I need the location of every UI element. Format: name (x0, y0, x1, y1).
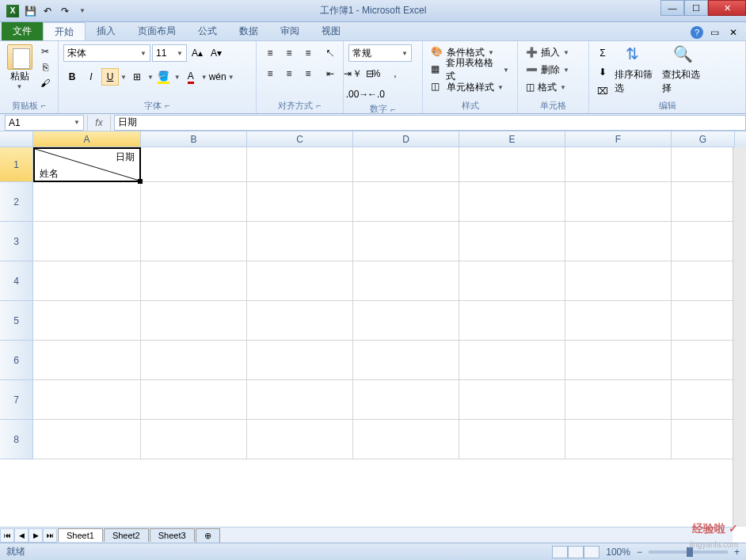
align-bottom-icon[interactable]: ≡ (299, 44, 317, 62)
cell-B8[interactable] (141, 420, 247, 459)
maximize-button[interactable]: ☐ (684, 0, 708, 16)
row-header-2[interactable]: 2 (0, 182, 33, 222)
cell-A6[interactable] (33, 341, 141, 380)
currency-icon[interactable]: ￥ (348, 65, 366, 82)
sheet-nav-next[interactable]: ▶ (29, 528, 43, 543)
find-select-button[interactable]: 🔍 查找和选择 (662, 44, 706, 100)
font-size-select[interactable]: 11▼ (152, 44, 187, 62)
cell-D1[interactable] (353, 147, 459, 182)
cell-G1[interactable] (672, 147, 735, 182)
cell-D6[interactable] (353, 341, 459, 380)
cell-D7[interactable] (353, 380, 459, 420)
sheet-tab-3[interactable]: Sheet3 (150, 528, 195, 542)
cell-A8[interactable] (33, 420, 141, 459)
cell-C8[interactable] (247, 420, 353, 459)
cell-C1[interactable] (247, 147, 353, 182)
cell-styles-button[interactable]: ◫单元格样式 ▼ (428, 79, 512, 95)
cell-E1[interactable] (459, 147, 565, 182)
tab-view[interactable]: 视图 (310, 22, 352, 40)
zoom-level[interactable]: 100% (606, 547, 630, 558)
cell-F5[interactable] (565, 301, 672, 341)
row-header-7[interactable]: 7 (0, 380, 33, 420)
fill-color-button[interactable]: 🪣 (155, 68, 173, 86)
delete-cells-button[interactable]: ➖删除 ▼ (523, 62, 584, 78)
decrease-decimal-icon[interactable]: ←.0 (367, 86, 385, 103)
tab-review[interactable]: 审阅 (269, 22, 310, 40)
vertical-scrollbar[interactable] (733, 147, 746, 527)
cell-E2[interactable] (459, 182, 565, 222)
col-header-f[interactable]: F (565, 131, 672, 147)
underline-button[interactable]: U (101, 68, 119, 86)
cell-B3[interactable] (141, 222, 247, 261)
cell-E6[interactable] (459, 341, 565, 380)
doc-close-icon[interactable]: ✕ (725, 25, 741, 40)
percent-icon[interactable]: % (367, 65, 385, 82)
cell-G3[interactable] (672, 222, 735, 261)
phonetic-button[interactable]: wén (209, 68, 226, 86)
cell-F2[interactable] (565, 182, 672, 222)
col-header-b[interactable]: B (141, 131, 247, 147)
tab-home[interactable]: 开始 (43, 22, 86, 40)
zoom-out-button[interactable]: − (637, 547, 642, 558)
border-button[interactable]: ⊞ (128, 68, 146, 86)
cell-F8[interactable] (565, 420, 672, 459)
align-center-icon[interactable]: ≡ (280, 65, 298, 82)
autosum-button[interactable]: Σ (594, 44, 611, 62)
cell-B5[interactable] (141, 301, 247, 341)
sheet-tab-2[interactable]: Sheet2 (104, 528, 149, 542)
cell-D4[interactable] (353, 261, 459, 301)
cell-G7[interactable] (672, 380, 735, 420)
new-sheet-button[interactable]: ⊕ (196, 528, 220, 543)
row-header-5[interactable]: 5 (0, 301, 33, 341)
increase-decimal-icon[interactable]: .00→ (348, 86, 366, 103)
cell-A1[interactable]: 日期姓名 (33, 147, 141, 182)
minimize-ribbon-icon[interactable]: ▭ (706, 25, 722, 40)
tab-file[interactable]: 文件 (2, 22, 43, 40)
sheet-nav-first[interactable]: ⏮ (0, 528, 14, 543)
cell-G5[interactable] (672, 301, 735, 341)
shrink-font-icon[interactable]: A▾ (207, 44, 225, 62)
cell-B6[interactable] (141, 341, 247, 380)
copy-icon[interactable]: ⎘ (37, 60, 53, 74)
comma-icon[interactable]: , (386, 65, 404, 82)
tab-formulas[interactable]: 公式 (187, 22, 228, 40)
cell-G4[interactable] (672, 261, 735, 301)
format-painter-icon[interactable]: 🖌 (37, 76, 53, 90)
row-header-4[interactable]: 4 (0, 261, 33, 301)
cell-D3[interactable] (353, 222, 459, 261)
cell-G6[interactable] (672, 341, 735, 380)
row-header-1[interactable]: 1 (0, 147, 33, 182)
cell-A5[interactable] (33, 301, 141, 341)
col-header-e[interactable]: E (459, 131, 565, 147)
excel-app-icon[interactable]: X (5, 3, 21, 19)
fill-button[interactable]: ⬇ (594, 63, 611, 81)
view-page-break-icon[interactable] (584, 546, 599, 558)
font-name-select[interactable]: 宋体▼ (63, 44, 150, 62)
undo-icon[interactable]: ↶ (40, 3, 55, 19)
fx-button[interactable]: fx (87, 115, 111, 131)
cell-C5[interactable] (247, 301, 353, 341)
cell-A7[interactable] (33, 380, 141, 420)
redo-icon[interactable]: ↷ (57, 3, 73, 19)
align-left-icon[interactable]: ≡ (261, 65, 279, 82)
align-top-icon[interactable]: ≡ (261, 44, 279, 62)
insert-cells-button[interactable]: ➕插入 ▼ (523, 44, 584, 60)
col-header-g[interactable]: G (672, 131, 735, 147)
cell-C3[interactable] (247, 222, 353, 261)
zoom-slider[interactable] (649, 550, 728, 554)
cell-A4[interactable] (33, 261, 141, 301)
tab-insert[interactable]: 插入 (86, 22, 127, 40)
bold-button[interactable]: B (63, 68, 81, 86)
sort-filter-button[interactable]: ⇅ 排序和筛选 (615, 44, 659, 100)
cell-E5[interactable] (459, 301, 565, 341)
formula-input[interactable]: 日期 (114, 115, 746, 131)
cell-E7[interactable] (459, 380, 565, 420)
cell-G2[interactable] (672, 182, 735, 222)
col-header-d[interactable]: D (353, 131, 459, 147)
help-icon[interactable]: ? (691, 26, 703, 39)
cell-B2[interactable] (141, 182, 247, 222)
grow-font-icon[interactable]: A▴ (188, 44, 206, 62)
sheet-nav-prev[interactable]: ◀ (14, 528, 29, 543)
cell-F3[interactable] (565, 222, 672, 261)
cell-B7[interactable] (141, 380, 247, 420)
